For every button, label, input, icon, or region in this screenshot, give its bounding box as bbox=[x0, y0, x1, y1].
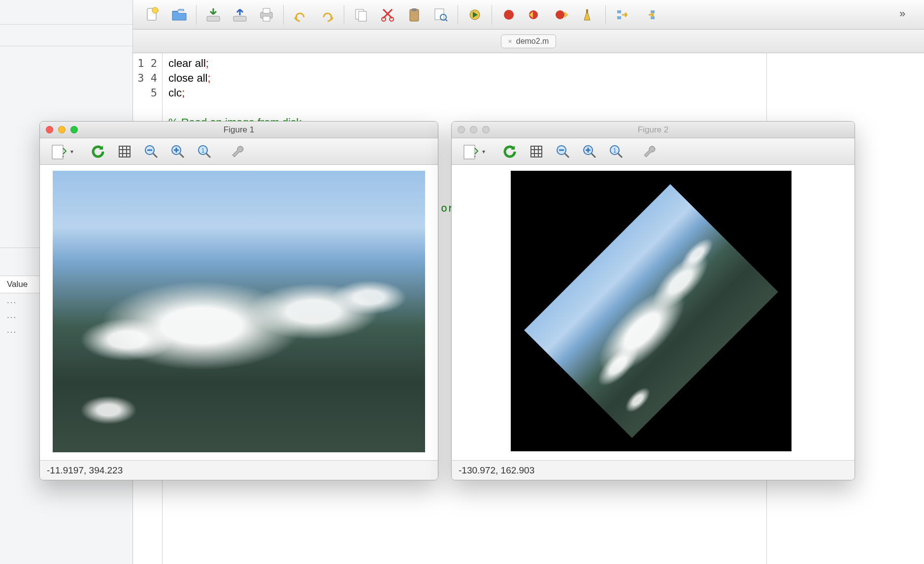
figure2-title: Figure 2 bbox=[452, 125, 855, 135]
zoom-out-icon[interactable] bbox=[554, 143, 572, 160]
svg-rect-2 bbox=[207, 16, 220, 21]
svg-point-16 bbox=[504, 10, 514, 20]
breakpoint-icon[interactable] bbox=[499, 5, 519, 25]
figure2-image bbox=[511, 171, 792, 451]
minimize-dot-icon[interactable] bbox=[470, 126, 477, 133]
clear-breakpoints-icon[interactable] bbox=[579, 5, 598, 25]
figure1-window[interactable]: Figure 1 ▾1 -11.9197, 394.223 bbox=[39, 121, 438, 480]
wrench-icon[interactable] bbox=[229, 143, 247, 160]
svg-text:1: 1 bbox=[201, 147, 205, 154]
editor-tabbar: × demo2.m bbox=[133, 30, 924, 53]
open-folder-icon[interactable] bbox=[169, 5, 189, 25]
close-dot-icon[interactable] bbox=[458, 126, 465, 133]
cut-icon[interactable] bbox=[378, 5, 397, 25]
figure2-window[interactable]: Figure 2 ▾1 -130.972, 162.903 bbox=[451, 121, 855, 480]
toolbar-overflow-icon[interactable]: » bbox=[899, 7, 914, 22]
svg-point-1 bbox=[152, 7, 158, 13]
figure1-titlebar[interactable]: Figure 1 bbox=[40, 122, 438, 138]
figure2-body[interactable] bbox=[452, 165, 855, 460]
svg-rect-29 bbox=[464, 145, 475, 159]
figure1-coordinates: -11.9197, 394.223 bbox=[47, 465, 123, 476]
paste-icon[interactable] bbox=[404, 5, 424, 25]
figure2-statusbar: -130.972, 162.903 bbox=[452, 460, 855, 480]
figure1-title: Figure 1 bbox=[40, 125, 438, 135]
chevron-down-icon[interactable]: ▾ bbox=[482, 148, 485, 155]
svg-rect-12 bbox=[412, 8, 417, 11]
load-icon[interactable] bbox=[203, 5, 223, 25]
figure2-toolbar: ▾1 bbox=[452, 138, 855, 165]
step-out-icon[interactable] bbox=[639, 5, 659, 25]
figure2-titlebar[interactable]: Figure 2 bbox=[452, 122, 855, 138]
svg-rect-21 bbox=[617, 16, 621, 19]
step-back-icon[interactable] bbox=[526, 5, 545, 25]
find-icon[interactable] bbox=[431, 5, 451, 25]
svg-text:1: 1 bbox=[613, 147, 617, 154]
zoom-in-icon[interactable] bbox=[169, 143, 187, 160]
zoom-reset-icon[interactable]: 1 bbox=[607, 143, 625, 160]
figure1-statusbar: -11.9197, 394.223 bbox=[40, 460, 438, 480]
figure1-body[interactable] bbox=[40, 165, 438, 460]
svg-rect-5 bbox=[263, 8, 270, 13]
undo-icon[interactable] bbox=[291, 5, 310, 25]
window-controls[interactable] bbox=[46, 126, 78, 133]
figure2-coordinates: -130.972, 162.903 bbox=[459, 465, 534, 476]
tab-close-icon[interactable]: × bbox=[508, 37, 512, 45]
save-icon[interactable] bbox=[462, 143, 479, 160]
save-icon[interactable] bbox=[50, 143, 67, 160]
grid-icon[interactable] bbox=[528, 143, 545, 160]
minimize-dot-icon[interactable] bbox=[58, 126, 66, 133]
zoom-in-icon[interactable] bbox=[581, 143, 598, 160]
zoom-dot-icon[interactable] bbox=[70, 126, 78, 133]
svg-rect-8 bbox=[359, 11, 366, 21]
svg-rect-20 bbox=[617, 10, 621, 13]
ide-toolbar: » bbox=[133, 0, 924, 30]
svg-rect-6 bbox=[263, 16, 270, 21]
step-in-icon[interactable] bbox=[613, 5, 632, 25]
step-forward-icon[interactable] bbox=[552, 5, 572, 25]
save-icon[interactable] bbox=[230, 5, 250, 25]
close-dot-icon[interactable] bbox=[46, 126, 53, 133]
editor-tab[interactable]: × demo2.m bbox=[501, 34, 557, 48]
zoom-out-icon[interactable] bbox=[142, 143, 160, 160]
figure1-toolbar: ▾1 bbox=[40, 138, 438, 165]
window-controls[interactable] bbox=[458, 126, 490, 133]
run-gear-icon[interactable] bbox=[465, 5, 485, 25]
refresh-icon[interactable] bbox=[89, 143, 107, 160]
zoom-dot-icon[interactable] bbox=[482, 126, 490, 133]
grid-icon[interactable] bbox=[116, 143, 133, 160]
new-file-icon[interactable] bbox=[143, 5, 163, 25]
svg-rect-19 bbox=[586, 9, 588, 13]
tab-filename: demo2.m bbox=[516, 37, 549, 46]
svg-point-18 bbox=[556, 10, 564, 19]
svg-rect-24 bbox=[52, 145, 63, 159]
print-icon[interactable] bbox=[257, 5, 276, 25]
figure1-image bbox=[53, 171, 425, 452]
chevron-down-icon[interactable]: ▾ bbox=[70, 148, 73, 155]
redo-icon[interactable] bbox=[317, 5, 337, 25]
refresh-icon[interactable] bbox=[501, 143, 519, 160]
copy-icon[interactable] bbox=[351, 5, 371, 25]
wrench-icon[interactable] bbox=[641, 143, 659, 160]
svg-rect-3 bbox=[233, 16, 246, 21]
zoom-reset-icon[interactable]: 1 bbox=[196, 143, 213, 160]
